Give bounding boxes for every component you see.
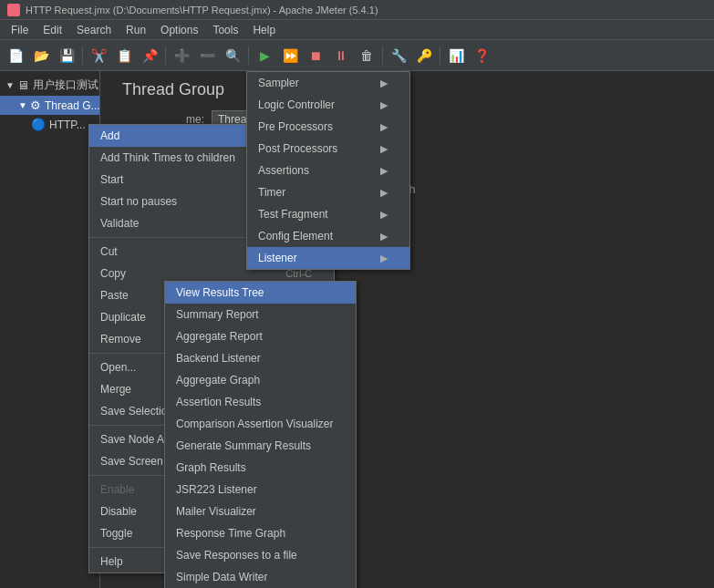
ctx-duplicate-label: Duplicate (100, 311, 146, 324)
title-bar: HTTP Request.jmx (D:\Documents\HTTP Requ… (0, 0, 714, 20)
listener-backend-listener[interactable]: Backend Listener (165, 347, 356, 369)
ctx-copy-label: Copy (100, 267, 126, 280)
tb-collapse[interactable]: ➖ (195, 44, 219, 67)
tb-paste[interactable]: 📌 (138, 44, 161, 67)
tb-stop[interactable]: ⏹ (304, 44, 327, 67)
add-pre-arrow: ▶ (380, 121, 388, 133)
add-post-processors[interactable]: Post Processors ▶ (247, 138, 409, 160)
menu-bar: File Edit Search Run Options Tools Help (0, 20, 714, 40)
tb-open[interactable]: 📂 (29, 44, 53, 67)
listener-summary-report[interactable]: Summary Report (165, 304, 356, 325)
menu-edit[interactable]: Edit (36, 22, 69, 38)
add-sampler-label: Sampler (258, 77, 299, 89)
listener-save-responses-label: Save Responses to a file (176, 549, 297, 562)
add-logic-controller[interactable]: Logic Controller ▶ (247, 94, 409, 116)
tb-play-arrow[interactable]: ⏩ (278, 44, 302, 67)
listener-graph-results-label: Graph Results (176, 461, 246, 474)
listener-comparison-assertion-label: Comparison Assertion Visualizer (176, 418, 334, 430)
add-config-element-label: Config Element (258, 230, 333, 242)
menu-run[interactable]: Run (119, 22, 153, 38)
listener-simple-data[interactable]: Simple Data Writer (165, 566, 356, 588)
add-timer[interactable]: Timer ▶ (247, 181, 409, 203)
add-timer-label: Timer (258, 186, 285, 199)
listener-summary-report-label: Summary Report (176, 308, 259, 321)
add-sampler[interactable]: Sampler ▶ (247, 72, 409, 94)
add-submenu: Sampler ▶ Logic Controller ▶ Pre Process… (246, 71, 410, 270)
ctx-open-label: Open... (100, 361, 136, 374)
add-test-fragment[interactable]: Test Fragment ▶ (247, 203, 409, 225)
listener-comparison-assertion[interactable]: Comparison Assertion Visualizer (165, 413, 356, 435)
listener-simple-data-label: Simple Data Writer (176, 571, 267, 583)
tb-zoom[interactable]: 🔍 (221, 44, 244, 67)
menu-options[interactable]: Options (153, 22, 205, 38)
menu-tools[interactable]: Tools (205, 22, 245, 38)
ctx-start-label: Start (100, 173, 123, 186)
tb-expand[interactable]: ➕ (170, 44, 193, 67)
listener-aggregate-report[interactable]: Aggregate Report (165, 325, 356, 347)
listener-response-time-label: Response Time Graph (176, 527, 285, 540)
listener-view-results-tree[interactable]: View Results Tree (165, 282, 356, 304)
listener-save-responses[interactable]: Save Responses to a file (165, 544, 356, 566)
add-config-element[interactable]: Config Element ▶ (247, 225, 409, 247)
toolbar: 📄 📂 💾 ✂️ 📋 📌 ➕ ➖ 🔍 ▶ ⏩ ⏹ ⏸ 🗑 🔧 🔑 📊 ❓ (0, 40, 714, 71)
add-sampler-arrow: ▶ (380, 77, 388, 89)
menu-help[interactable]: Help (245, 22, 283, 38)
listener-jsr223[interactable]: JSR223 Listener (165, 479, 356, 500)
listener-response-time[interactable]: Response Time Graph (165, 522, 356, 544)
tb-save[interactable]: 💾 (55, 44, 78, 67)
tb-play[interactable]: ▶ (253, 44, 276, 67)
tb-shield[interactable]: 🔑 (412, 44, 436, 67)
listener-view-results-tree-label: View Results Tree (176, 286, 264, 299)
add-post-processors-label: Post Processors (258, 142, 337, 155)
ctx-merge-label: Merge (100, 383, 131, 396)
ctx-disable-label: Disable (100, 505, 137, 518)
listener-aggregate-report-label: Aggregate Report (176, 330, 263, 343)
add-test-fragment-arrow: ▶ (380, 209, 388, 221)
listener-assertion-results[interactable]: Assertion Results (165, 391, 356, 413)
ctx-start-no-pauses-label: Start no pauses (100, 195, 177, 208)
add-post-arrow: ▶ (380, 143, 388, 155)
add-timer-arrow: ▶ (380, 187, 388, 199)
ctx-validate-label: Validate (100, 217, 139, 230)
ctx-enable-label: Enable (100, 483, 134, 496)
add-assertions[interactable]: Assertions ▶ (247, 160, 409, 181)
ctx-add-label: Add (100, 129, 119, 142)
add-assertions-arrow: ▶ (380, 165, 388, 177)
main-area: ▼ 🖥 用户接口测试 ▼ ⚙ Thread G... 🔵 HTTP... ···… (0, 71, 714, 588)
listener-generate-summary[interactable]: Generate Summary Results (165, 435, 356, 457)
listener-graph-results[interactable]: Graph Results (165, 457, 356, 479)
tb-new[interactable]: 📄 (4, 44, 27, 67)
tb-stop-all[interactable]: ⏸ (329, 44, 353, 67)
tb-help[interactable]: ❓ (470, 44, 493, 67)
listener-mailer[interactable]: Mailer Visualizer (165, 500, 356, 522)
add-logic-arrow: ▶ (380, 99, 388, 111)
tb-remote[interactable]: 🔧 (387, 44, 410, 67)
menu-search[interactable]: Search (69, 22, 119, 38)
add-assertions-label: Assertions (258, 164, 309, 177)
listener-submenu: View Results Tree Summary Report Aggrega… (164, 281, 357, 588)
listener-generate-summary-label: Generate Summary Results (176, 439, 311, 452)
add-listener-label: Listener (258, 252, 297, 264)
tb-cut[interactable]: ✂️ (87, 44, 110, 67)
add-logic-controller-label: Logic Controller (258, 98, 335, 111)
tb-clear[interactable]: 🗑 (355, 44, 378, 67)
add-listener[interactable]: Listener ▶ (247, 247, 409, 269)
ctx-paste-label: Paste (100, 289, 129, 302)
add-pre-processors[interactable]: Pre Processors ▶ (247, 116, 409, 138)
ctx-remove-label: Remove (100, 333, 141, 346)
listener-aggregate-graph[interactable]: Aggregate Graph (165, 369, 356, 391)
ctx-cut-label: Cut (100, 245, 118, 258)
app-icon (7, 4, 20, 16)
add-test-fragment-label: Test Fragment (258, 208, 328, 221)
tb-list[interactable]: 📊 (444, 44, 468, 67)
tb-copy[interactable]: 📋 (112, 44, 136, 67)
listener-backend-listener-label: Backend Listener (176, 352, 261, 365)
listener-assertion-results-label: Assertion Results (176, 396, 261, 408)
add-config-arrow: ▶ (380, 231, 388, 242)
context-menu-overlay: Add ▶ Add Think Times to children Start … (0, 71, 714, 588)
menu-file[interactable]: File (4, 22, 36, 38)
ctx-toggle-label: Toggle (100, 527, 132, 540)
window-title: HTTP Request.jmx (D:\Documents\HTTP Requ… (26, 5, 378, 15)
listener-jsr223-label: JSR223 Listener (176, 483, 257, 496)
listener-aggregate-graph-label: Aggregate Graph (176, 374, 260, 387)
